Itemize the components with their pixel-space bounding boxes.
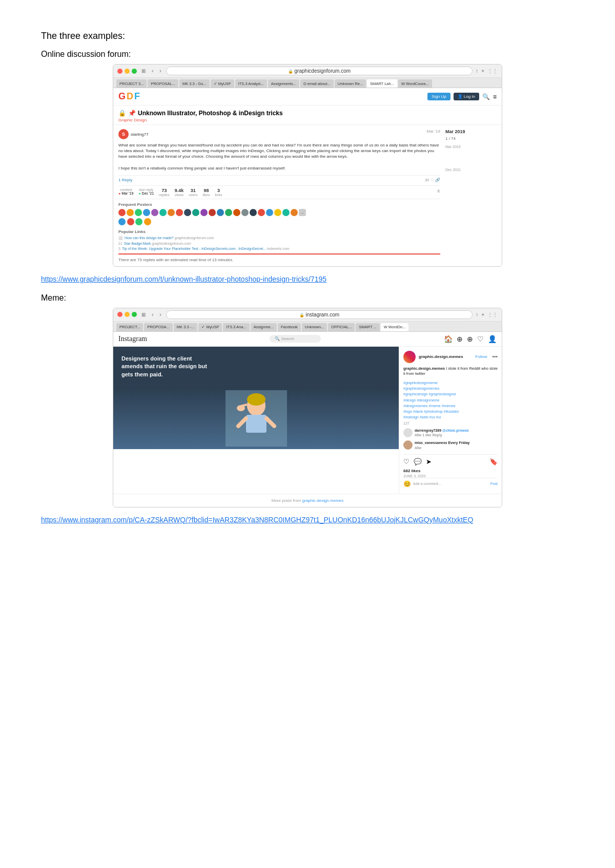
popular-link-2[interactable]: 21 Star Badge:Mark graphicdesignforum.co… — [118, 242, 440, 245]
tab-smart[interactable]: SMART Lah... — [367, 79, 397, 88]
forum-reference-link[interactable]: https://www.graphicdesignforum.com/t/unk… — [41, 275, 574, 283]
ig-explore-icon[interactable]: ⊕ — [457, 335, 463, 343]
thread-tag[interactable]: Graphic Design — [118, 118, 497, 122]
forward-btn[interactable]: › — [158, 68, 162, 74]
meme-headline: Designers doing the client amends that r… — [121, 355, 214, 378]
login-button[interactable]: 👤 Log In — [454, 93, 479, 100]
tab-word[interactable]: W WordCoura... — [398, 79, 432, 88]
logo-f: F — [134, 91, 140, 102]
share-icon[interactable]: ↑ — [476, 68, 478, 74]
maximize-window-btn[interactable] — [132, 69, 137, 74]
avatar-19 — [266, 209, 273, 216]
address-bar[interactable]: 🔒 graphicdesignforum.com — [166, 67, 473, 75]
ig-share-icon[interactable]: ↑ — [476, 312, 478, 317]
menu-hamburger-icon[interactable]: ≡ — [493, 93, 497, 100]
ig-tab-project[interactable]: PROJECT... — [116, 323, 143, 331]
close-window-btn[interactable] — [117, 69, 122, 74]
lock-icon: 🔒 — [118, 110, 126, 117]
ig-follow-button[interactable]: Follow — [475, 354, 487, 359]
ig-account-link[interactable]: graphic.design.memes — [302, 498, 343, 503]
ig-tab-mk33[interactable]: MK 3.3 -... — [174, 323, 198, 331]
ig-like-icon[interactable]: ♡ — [403, 458, 409, 465]
popular-links-section: Popular Links ⬜ How can this design be m… — [118, 229, 440, 250]
ig-add-post-icon[interactable]: ⊕ — [467, 335, 473, 343]
tab-email[interactable]: G email about... — [300, 79, 334, 88]
ig-maximize-btn[interactable] — [132, 312, 137, 317]
ig-tab-facebook[interactable]: Facebook — [278, 323, 301, 331]
signup-button[interactable]: Sign Up — [427, 93, 450, 100]
ig-profile-icon[interactable]: 👤 — [488, 335, 497, 343]
ig-address-bar[interactable]: 🔒 instagram.com — [166, 310, 473, 319]
ig-comment-input[interactable]: Add a comment... — [413, 482, 488, 485]
post-stats: created ● Mar '19 last reply ● Dec '21 — [118, 185, 440, 199]
section1-heading: Online discussion forum: — [41, 50, 574, 59]
ig-tab-its3[interactable]: ITS.3 Ana... — [223, 323, 249, 331]
tab-myusf[interactable]: ✓ MyUSF — [211, 79, 234, 88]
ig-tab-proposal[interactable]: PROPOSA... — [144, 323, 172, 331]
tab-project3[interactable]: PROJECT 3... — [116, 79, 147, 88]
ig-tab-official[interactable]: OFFICIAL... — [328, 323, 355, 331]
ig-home-icon[interactable]: 🏠 — [444, 335, 453, 343]
post-body: What are some small things you have lear… — [118, 142, 440, 171]
ig-heart-icon[interactable]: ♡ — [477, 335, 484, 343]
ig-username[interactable]: graphic.design.memes — [419, 354, 472, 359]
tab-its3[interactable]: ITS.3 Analysi... — [235, 79, 267, 88]
ig-tab-myusf[interactable]: ✓ MyUSF — [198, 323, 222, 331]
avatars-row: ... — [118, 209, 440, 216]
ig-comment-2: miss_vanessaness Every Friday 40w — [403, 440, 498, 450]
ig-main-post: Designers doing the client amends that r… — [113, 347, 502, 494]
add-tab-icon[interactable]: + — [481, 68, 484, 74]
ig-post-actions: ♡ 💬 ➤ 🔖 — [403, 454, 498, 469]
avatar-15 — [233, 209, 240, 216]
ig-tab-assign[interactable]: Assignme... — [251, 323, 277, 331]
popular-link-1[interactable]: ⬜ How can this design be made? graphicde… — [118, 236, 440, 240]
avatar-18 — [258, 209, 265, 216]
minimize-window-btn[interactable] — [125, 69, 130, 74]
ig-commenter1-avatar — [403, 428, 413, 437]
ig-add-tab-icon[interactable]: + — [481, 312, 484, 317]
main-heading: The three examples: — [41, 31, 574, 41]
ig-more-posts: More posts from graphic.design.memes — [113, 494, 502, 507]
popular-link-3[interactable]: 3 Tip of the Week: Upgrade Your Placehol… — [118, 247, 440, 250]
reply-link[interactable]: 1 Reply — [118, 178, 132, 182]
instagram-reference-link[interactable]: https://www.instagram.com/p/CA-zZSkARWQ/… — [41, 516, 574, 524]
tab-mk33[interactable]: MK 3.3 - Go... — [179, 79, 210, 88]
tab-unknown[interactable]: Unknown Re... — [335, 79, 366, 88]
ig-sidebar-icon[interactable]: ⊞ — [140, 311, 147, 318]
browser-actions: ↑ + ⋮⋮ — [476, 68, 498, 74]
ig-search-bar[interactable]: 🔍 Search — [270, 335, 321, 343]
instagram-top-bar: ⊞ ‹ › 🔒 instagram.com ↑ + ⋮⋮ — [113, 308, 502, 322]
ig-post-comment-button[interactable]: Post — [490, 482, 498, 485]
ig-forward-btn[interactable]: › — [158, 311, 162, 318]
ig-emoji-icon[interactable]: 😊 — [403, 480, 411, 488]
popular-links-title: Popular Links — [118, 229, 440, 234]
tab-assignments[interactable]: Assignments... — [268, 79, 299, 88]
ig-back-btn[interactable]: ‹ — [150, 311, 155, 318]
post-date: Mar '19 — [427, 129, 440, 139]
ig-menu-icon[interactable]: ⋮⋮ — [487, 312, 498, 317]
ig-tab-word[interactable]: W WordDo... — [381, 323, 409, 331]
ig-share-icon-post[interactable]: ➤ — [426, 458, 432, 465]
forum-browser: ⊞ ‹ › 🔒 graphicdesignforum.com ↑ + ⋮⋮ PR… — [113, 64, 502, 267]
avatar-10 — [192, 209, 199, 216]
tab-proposal[interactable]: PROPOSAL... — [148, 79, 178, 88]
author-name[interactable]: starling77 — [131, 132, 149, 137]
ig-more-icon[interactable]: ••• — [492, 354, 498, 359]
sidebar-toggle-icon[interactable]: ⊞ — [140, 68, 147, 74]
back-btn[interactable]: ‹ — [150, 68, 155, 74]
ig-minimize-btn[interactable] — [125, 312, 130, 317]
logo-d: D — [127, 91, 133, 102]
ig-comment-icon[interactable]: 💬 — [414, 458, 422, 465]
search-icon[interactable]: 🔍 — [482, 93, 490, 100]
instagram-browser: ⊞ ‹ › 🔒 instagram.com ↑ + ⋮⋮ PROJECT... … — [113, 308, 502, 507]
ig-save-icon[interactable]: 🔖 — [489, 458, 498, 465]
frequent-posters-title: Frequent Posters — [118, 202, 440, 207]
collapse-btn[interactable]: ∧ — [437, 188, 440, 197]
ig-close-btn[interactable] — [117, 312, 122, 317]
menu-icon[interactable]: ⋮⋮ — [487, 68, 498, 74]
avatar-3 — [135, 209, 142, 216]
ig-comment1-text: darrengray7289 @chloe.prowse 40w 1 like … — [415, 428, 469, 437]
ig-tab-smart[interactable]: SMART ... — [356, 323, 379, 331]
avatar-extra-4 — [144, 218, 151, 225]
ig-tab-unknown[interactable]: Unknown... — [302, 323, 327, 331]
